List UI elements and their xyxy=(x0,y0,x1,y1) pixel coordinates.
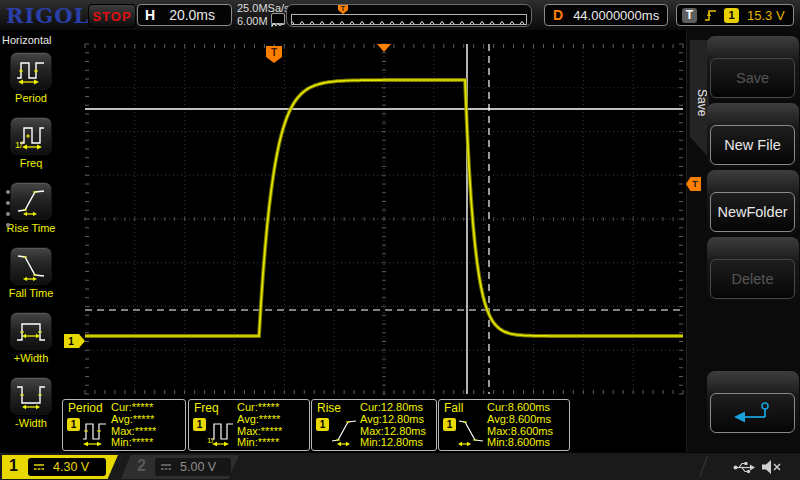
back-button[interactable] xyxy=(710,393,795,433)
menu-label: Period xyxy=(0,92,62,104)
left-function-menu: Horizontal Period 1/ xyxy=(0,30,62,452)
measurement-name: Freq xyxy=(194,401,219,415)
delete-button[interactable]: Delete xyxy=(710,259,795,299)
minus-width-icon xyxy=(10,377,52,415)
trigger-level-value: 15.3 V xyxy=(747,8,785,23)
trigger-delay-box[interactable]: D 44.0000000ms xyxy=(544,4,668,26)
rise-time-icon xyxy=(10,182,52,220)
menu-item-neg-width[interactable]: -Width xyxy=(0,377,62,429)
source-badge: 1 xyxy=(67,418,80,431)
fall-icon xyxy=(457,415,485,447)
menu-slot: NewFolder xyxy=(707,170,799,234)
wave-icon xyxy=(271,13,285,24)
source-badge: 1 xyxy=(443,418,456,431)
menu-item-fall-time[interactable]: Fall Time xyxy=(0,247,62,299)
channel-number: 2 xyxy=(137,457,146,475)
rigol-logo: RIGOL xyxy=(6,3,89,28)
period-icon xyxy=(10,52,52,90)
menu-page-dot xyxy=(6,201,10,205)
menu-label: Freq xyxy=(0,157,62,169)
measurement-panel-freq[interactable]: Freq 1 1/ Cur:***** Avg:***** Max:***** … xyxy=(188,399,310,451)
measurement-name: Rise xyxy=(317,401,341,415)
trigger-source-badge: 1 xyxy=(724,8,739,23)
menu-slot: New File xyxy=(707,103,799,167)
save-menu-panel: Save Save New File NewFolder Delete xyxy=(686,30,800,452)
return-arrow-icon xyxy=(732,401,774,425)
menu-label: -Width xyxy=(0,417,62,429)
horizontal-label: H xyxy=(145,7,155,23)
horizontal-timebase-box[interactable]: H 20.0ms xyxy=(137,4,232,26)
overview-waveform-strip xyxy=(291,14,527,25)
channel-1-marker xyxy=(64,334,85,348)
menu-slot xyxy=(707,371,799,435)
delay-value: 44.0000000ms xyxy=(573,8,659,23)
channel-status-bar: 1 4.30 V 2 5.00 V xyxy=(0,452,800,480)
new-folder-button[interactable]: NewFolder xyxy=(710,192,795,232)
run-state-badge[interactable]: STOP xyxy=(88,4,136,28)
fall-time-icon xyxy=(10,247,52,285)
center-position-marker xyxy=(377,44,391,52)
menu-page-dot xyxy=(6,223,10,227)
channel-1-indicator[interactable]: 1 4.30 V xyxy=(2,455,118,479)
menu-slot: Save xyxy=(707,36,799,100)
dc-coupling-icon xyxy=(160,462,172,472)
new-file-button[interactable]: New File xyxy=(710,125,795,165)
source-badge: 1 xyxy=(193,418,206,431)
channel-1-scale-box: 4.30 V xyxy=(28,458,106,476)
top-status-bar: RIGOL STOP H 20.0ms 25.0MSa/s 6.00M pts … xyxy=(0,0,800,31)
waveform-display: T1 xyxy=(62,30,686,402)
measurement-values: Cur:***** Avg:***** Max:***** Min:***** xyxy=(237,402,282,449)
measurement-panel-rise[interactable]: Rise 1 Cur:12.80ms Avg:12.80ms Max:12.80… xyxy=(311,399,437,451)
period-icon xyxy=(81,415,109,447)
channel-number: 1 xyxy=(9,457,18,475)
menu-slot: Delete xyxy=(707,237,799,301)
speaker-muted-icon xyxy=(761,459,781,475)
measurement-values: Cur:12.80ms Avg:12.80ms Max:12.80ms Min:… xyxy=(360,402,426,449)
plus-width-icon xyxy=(10,312,52,350)
trigger-info-box[interactable]: T 1 15.3 V xyxy=(676,4,794,26)
svg-text:1/: 1/ xyxy=(15,140,23,150)
overview-trigger-marker[interactable]: T xyxy=(338,5,348,14)
channel-1-scale: 4.30 V xyxy=(53,460,89,474)
channel-2-scale-box: 5.00 V xyxy=(155,458,231,476)
menu-page-dot xyxy=(6,212,10,216)
save-button[interactable]: Save xyxy=(710,58,795,98)
measurement-values: Cur:***** Avg:***** Max:***** Min:***** xyxy=(111,402,156,449)
svg-text:T: T xyxy=(271,47,277,58)
channel-2-scale: 5.00 V xyxy=(180,460,216,474)
usb-icon xyxy=(733,461,755,474)
menu-item-period[interactable]: Period xyxy=(0,52,62,104)
freq-icon: 1/ xyxy=(207,415,235,447)
svg-text:1: 1 xyxy=(68,336,74,347)
dc-coupling-icon xyxy=(33,462,45,472)
measurement-values: Cur:8.600ms Avg:8.600ms Max:8.600ms Min:… xyxy=(487,402,553,449)
measurement-name: Period xyxy=(68,401,103,415)
trigger-label: T xyxy=(682,8,697,23)
rise-icon xyxy=(330,415,358,447)
timebase-value: 20.0ms xyxy=(169,7,215,23)
menu-label: Fall Time xyxy=(0,287,62,299)
menu-title: Horizontal xyxy=(0,30,62,46)
rising-edge-icon xyxy=(703,8,718,23)
delay-label: D xyxy=(553,7,563,23)
source-badge: 1 xyxy=(316,418,329,431)
oscilloscope-screen: RIGOL STOP H 20.0ms 25.0MSa/s 6.00M pts … xyxy=(0,0,800,480)
menu-item-freq[interactable]: 1/ Freq xyxy=(0,117,62,169)
menu-page-dot xyxy=(6,190,10,194)
channel-2-indicator[interactable]: 2 5.00 V xyxy=(121,455,239,479)
measurement-panel-fall[interactable]: Fall 1 Cur:8.600ms Avg:8.600ms Max:8.600… xyxy=(438,399,570,451)
measurement-panel-period[interactable]: Period 1 Cur:***** Avg:***** Max:***** M… xyxy=(62,399,186,451)
menu-item-pos-width[interactable]: +Width xyxy=(0,312,62,364)
measurement-name: Fall xyxy=(444,401,463,415)
divider xyxy=(699,456,716,477)
freq-icon: 1/ xyxy=(10,117,52,155)
horizontal-position-overview[interactable]: T xyxy=(286,4,532,27)
menu-label: +Width xyxy=(0,352,62,364)
